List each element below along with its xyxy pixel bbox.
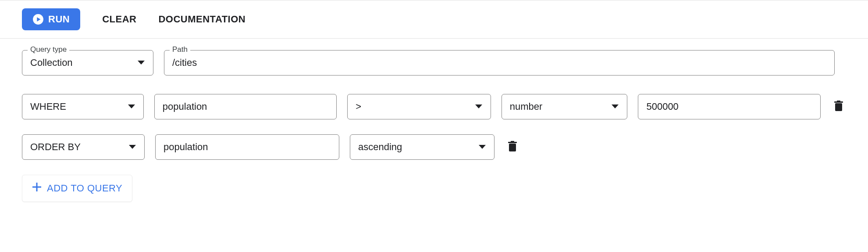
add-to-query-button[interactable]: ADD TO QUERY xyxy=(22,175,132,202)
where-type-value: number xyxy=(510,101,606,112)
trash-icon xyxy=(508,147,517,154)
chevron-down-icon xyxy=(128,104,135,109)
where-clause-row: WHERE population > number 500000 xyxy=(22,94,846,119)
path-label: Path xyxy=(170,46,190,53)
chevron-down-icon xyxy=(475,104,483,109)
delete-where-button[interactable] xyxy=(831,98,846,116)
add-to-query-label: ADD TO QUERY xyxy=(47,183,122,194)
chevron-down-icon xyxy=(611,104,619,109)
trash-icon xyxy=(834,107,843,113)
chevron-down-icon xyxy=(137,60,145,65)
clause-type-value: ORDER BY xyxy=(30,141,123,153)
where-field-input[interactable]: population xyxy=(154,94,337,119)
svg-rect-3 xyxy=(837,101,840,102)
path-input[interactable]: Path /cities xyxy=(164,50,835,76)
svg-rect-6 xyxy=(511,141,514,142)
orderby-direction-select[interactable]: ascending xyxy=(350,134,494,160)
orderby-field-value: population xyxy=(164,141,331,153)
where-operator-value: > xyxy=(356,101,469,112)
documentation-button[interactable]: DOCUMENTATION xyxy=(158,14,245,25)
run-button-label: RUN xyxy=(48,14,70,25)
query-type-select[interactable]: Query type Collection xyxy=(22,50,153,76)
svg-rect-1 xyxy=(835,103,842,111)
clause-type-value: WHERE xyxy=(30,101,122,112)
where-value-input[interactable]: 500000 xyxy=(638,94,821,119)
plus-icon xyxy=(32,182,42,194)
clear-button[interactable]: CLEAR xyxy=(102,14,136,25)
run-button[interactable]: RUN xyxy=(22,8,80,30)
svg-rect-8 xyxy=(32,187,41,188)
clause-type-select[interactable]: WHERE xyxy=(22,94,144,119)
where-type-select[interactable]: number xyxy=(502,94,628,119)
chevron-down-icon xyxy=(128,144,136,150)
svg-rect-4 xyxy=(509,144,516,151)
where-value: 500000 xyxy=(646,101,812,112)
where-field-value: population xyxy=(163,101,329,112)
orderby-field-input[interactable]: population xyxy=(155,134,339,160)
query-header-row: Query type Collection Path /cities xyxy=(22,50,846,76)
query-type-label: Query type xyxy=(28,46,69,53)
query-builder: Query type Collection Path /cities WHERE… xyxy=(0,39,868,220)
delete-orderby-button[interactable] xyxy=(505,138,520,156)
path-value: /cities xyxy=(172,57,826,68)
clause-type-select[interactable]: ORDER BY xyxy=(22,134,145,160)
play-icon xyxy=(32,14,44,25)
orderby-direction-value: ascending xyxy=(358,141,473,153)
toolbar: RUN CLEAR DOCUMENTATION xyxy=(0,0,868,39)
where-operator-select[interactable]: > xyxy=(347,94,491,119)
query-type-value: Collection xyxy=(30,57,132,68)
orderby-clause-row: ORDER BY population ascending xyxy=(22,134,846,160)
chevron-down-icon xyxy=(478,144,486,150)
